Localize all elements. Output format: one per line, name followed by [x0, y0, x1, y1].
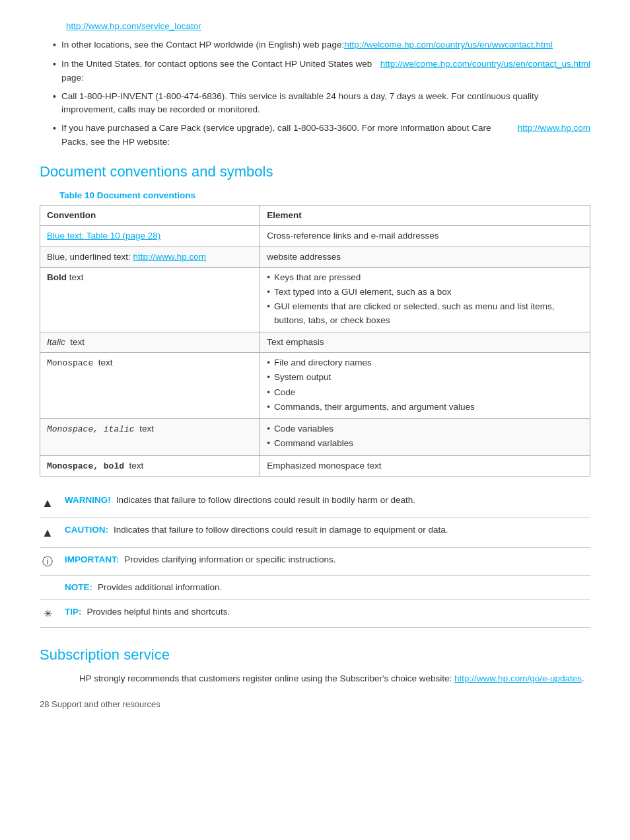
- subscription-link[interactable]: http://www.hp.com/go/e-updates: [454, 673, 582, 683]
- notice-important-text: Provides clarifying information or speci…: [124, 553, 335, 566]
- table-row-element-5: Code variablesCommand variables: [260, 419, 590, 456]
- important-icon: ⓘ: [40, 554, 55, 570]
- bullet-item-2-text: In the United States, for contact option…: [61, 57, 380, 85]
- table-list-item: Commands, their arguments, and argument …: [267, 401, 583, 414]
- table-row-convention-2: Bold text: [40, 267, 260, 332]
- table-row-convention-3: Italic text: [40, 332, 260, 352]
- bullet-item-1-text: In other locations, see the Contact HP w…: [61, 38, 344, 52]
- subscription-text: HP strongly recommends that customers re…: [79, 673, 454, 683]
- notice-important-label: IMPORTANT:: [65, 553, 119, 566]
- section1-title: Document conventions and symbols: [40, 161, 590, 182]
- bullet-item-4-text: If you have purchased a Care Pack (servi…: [61, 122, 518, 149]
- bullet-item-2: In the United States, for contact option…: [40, 57, 590, 85]
- bullet-item-3: Call 1-800-HP-INVENT (1-800-474-6836). T…: [40, 90, 590, 117]
- subscription-suffix: .: [582, 673, 584, 683]
- bullet-item-4: If you have purchased a Care Pack (servi…: [40, 122, 590, 149]
- table-caption: Table 10 Document conventions: [40, 189, 590, 202]
- table-list-item: System output: [267, 371, 583, 384]
- table-list-item: Command variables: [267, 437, 583, 450]
- section2-title: Subscription service: [40, 644, 590, 666]
- table-row-element-6: Emphasized monospace text: [260, 455, 590, 477]
- notice-note-label: NOTE:: [65, 581, 92, 594]
- bullet-item-1: In other locations, see the Contact HP w…: [40, 38, 590, 52]
- notice-tip-text: Provides helpful hints and shortcuts.: [87, 605, 230, 619]
- table-row-convention-5: Monospace, italic text: [40, 419, 260, 456]
- table-list-item: Code variables: [267, 422, 583, 436]
- convention-table: Convention Element Blue text: Table 10 (…: [40, 205, 590, 477]
- table-list-item: Keys that are pressed: [267, 271, 583, 284]
- page-footer: 28 Support and other resources: [40, 698, 590, 711]
- tip-icon: ✳: [40, 606, 55, 622]
- service-locator-link[interactable]: http://www.hp.com/service_locator: [66, 21, 201, 31]
- notice-caution-text: Indicates that failure to follow directi…: [114, 523, 448, 537]
- table-header-convention: Convention: [40, 206, 260, 226]
- conv-link-1[interactable]: http://www.hp.com: [133, 252, 206, 262]
- table-list-item: GUI elements that are clicked or selecte…: [267, 300, 583, 327]
- table-list-item: Code: [267, 386, 583, 399]
- notice-note: NOTE: Provides additional information.: [40, 576, 590, 600]
- notice-note-text: Provides additional information.: [98, 581, 222, 594]
- top-link-container: http://www.hp.com/service_locator: [40, 20, 590, 33]
- table-row-convention-1: Blue, underlined text: http://www.hp.com: [40, 247, 260, 267]
- table-header-element: Element: [260, 206, 590, 226]
- table-list-item: File and directory names: [267, 356, 583, 369]
- table-row-convention-4: Monospace text: [40, 353, 260, 419]
- warning-icon: ▲: [40, 494, 55, 512]
- notice-tip: ✳ TIP: Provides helpful hints and shortc…: [40, 600, 590, 628]
- table-row-element-4: File and directory namesSystem outputCod…: [260, 353, 590, 419]
- table-row-element-1: website addresses: [260, 247, 590, 267]
- subscription-container: HP strongly recommends that customers re…: [40, 672, 590, 685]
- notice-caution: ▲ CAUTION: Indicates that failure to fol…: [40, 518, 590, 548]
- conv-link-0[interactable]: Blue text: Table 10 (page 28): [47, 231, 160, 241]
- table-row-element-0: Cross-reference links and e-mail address…: [260, 226, 590, 247]
- bullet-list: In other locations, see the Contact HP w…: [40, 38, 590, 149]
- table-row-convention-0: Blue text: Table 10 (page 28): [40, 226, 260, 247]
- notice-important: ⓘ IMPORTANT: Provides clarifying informa…: [40, 548, 590, 576]
- bullet-item-2-link[interactable]: http://welcome.hp.com/country/us/en/cont…: [380, 57, 590, 71]
- table-row-convention-6: Monospace, bold text: [40, 455, 260, 477]
- bullet-item-4-link[interactable]: http://www.hp.com: [518, 122, 590, 135]
- bullet-item-1-link[interactable]: http://welcome.hp.com/country/us/en/wwco…: [344, 38, 553, 52]
- caution-icon: ▲: [40, 524, 55, 542]
- notices-container: ▲ WARNING! Indicates that failure to fol…: [40, 488, 590, 628]
- notice-caution-label: CAUTION:: [65, 523, 108, 537]
- notice-warning: ▲ WARNING! Indicates that failure to fol…: [40, 488, 590, 518]
- table-row-element-2: Keys that are pressedText typed into a G…: [260, 267, 590, 332]
- table-list-item: Text typed into a GUI element, such as a…: [267, 286, 583, 299]
- notice-warning-text: Indicates that failure to follow directi…: [116, 494, 415, 507]
- table-row-element-3: Text emphasis: [260, 332, 590, 352]
- notice-warning-label: WARNING!: [65, 494, 111, 507]
- notice-tip-label: TIP:: [65, 605, 82, 619]
- bullet-item-3-text: Call 1-800-HP-INVENT (1-800-474-6836). T…: [61, 90, 590, 117]
